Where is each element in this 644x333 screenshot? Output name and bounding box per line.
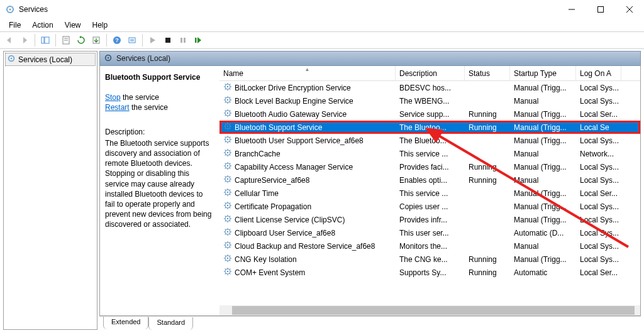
menu-action[interactable]: Action — [27, 19, 58, 31]
content-header: Services (Local) — [99, 51, 641, 66]
service-name: Bluetooth Support Service — [235, 123, 322, 132]
column-header-startup[interactable]: Startup Type — [510, 66, 576, 80]
svg-rect-14 — [129, 38, 135, 43]
table-row[interactable]: Block Level Backup Engine ServiceThe WBE… — [219, 94, 640, 107]
column-header-description[interactable]: Description — [396, 66, 465, 80]
toolbar-additional-button[interactable] — [125, 33, 139, 47]
table-row[interactable]: Cellular TimeThis service ...Manual (Tri… — [219, 187, 640, 200]
service-logon: Local Sys... — [576, 242, 621, 251]
svg-line-161 — [230, 260, 230, 261]
show-hide-tree-button[interactable] — [38, 33, 52, 47]
column-header-name[interactable]: Name — [219, 66, 396, 80]
maximize-button[interactable] — [586, 0, 615, 19]
service-startup: Manual (Trigg... — [510, 216, 576, 224]
svg-point-1 — [9, 9, 11, 11]
svg-point-84 — [227, 152, 228, 153]
svg-line-163 — [230, 256, 230, 256]
tree-item-services-local[interactable]: Services (Local) — [5, 53, 96, 66]
svg-line-53 — [230, 111, 230, 111]
stop-service-button[interactable] — [161, 33, 175, 47]
table-row[interactable]: Certificate PropagationCopies user ...Ma… — [219, 200, 640, 213]
help-button[interactable]: ? — [110, 33, 124, 47]
menu-help[interactable]: Help — [87, 19, 113, 31]
table-row[interactable]: CNG Key IsolationThe CNG ke...RunningMan… — [219, 253, 640, 266]
svg-point-114 — [227, 192, 228, 193]
column-header-status[interactable]: Status — [465, 66, 510, 80]
selected-service-name: Bluetooth Support Service — [105, 72, 213, 82]
properties-button[interactable] — [59, 33, 73, 47]
tab-extended[interactable]: Extended — [103, 317, 148, 329]
service-status: Running — [465, 110, 510, 119]
table-row[interactable]: Bluetooth Support ServiceThe Bluetoo...R… — [219, 121, 640, 134]
table-row[interactable]: CaptureService_af6e8Enables opti...Runni… — [219, 173, 640, 187]
gear-icon — [223, 214, 232, 225]
svg-line-131 — [230, 221, 230, 221]
tree-item-label: Services (Local) — [18, 55, 72, 64]
gear-icon — [223, 267, 232, 278]
svg-line-112 — [225, 194, 226, 195]
column-header-logon[interactable]: Log On A — [576, 66, 621, 80]
svg-line-130 — [225, 216, 226, 217]
tab-standard[interactable]: Standard — [148, 317, 193, 330]
svg-line-51 — [230, 115, 230, 116]
table-row[interactable]: Capability Access Manager ServiceProvide… — [219, 160, 640, 173]
svg-line-50 — [225, 111, 226, 111]
service-name: Certificate Propagation — [235, 202, 311, 211]
svg-text:?: ? — [115, 37, 119, 43]
menu-view[interactable]: View — [60, 19, 86, 31]
svg-rect-7 — [45, 37, 49, 43]
restart-suffix: the service — [130, 103, 168, 112]
svg-line-153 — [230, 243, 230, 243]
table-row[interactable]: Bluetooth User Support Service_af6e8The … — [219, 134, 640, 147]
gear-icon — [223, 96, 232, 106]
service-logon: Local Ser... — [576, 189, 621, 198]
svg-line-91 — [230, 168, 230, 168]
description-label: Description: — [105, 127, 213, 137]
table-row[interactable]: BitLocker Drive Encryption ServiceBDESVC… — [219, 81, 640, 94]
svg-rect-18 — [180, 38, 182, 43]
gear-icon — [223, 82, 232, 93]
service-logon: Local Se — [576, 123, 621, 132]
forward-button[interactable] — [18, 33, 31, 47]
back-button[interactable] — [3, 33, 16, 47]
horizontal-scrollbar[interactable] — [219, 305, 640, 315]
service-description: Service supp... — [396, 110, 465, 119]
menu-file[interactable]: File — [4, 19, 26, 31]
svg-rect-17 — [165, 38, 170, 43]
minimize-button[interactable] — [557, 0, 586, 19]
toolbar-separator — [142, 34, 143, 46]
export-list-button[interactable] — [89, 33, 103, 47]
close-button[interactable] — [615, 0, 644, 19]
table-row[interactable]: COM+ Event SystemSupports Sy...RunningAu… — [219, 266, 640, 279]
stop-suffix: the service — [121, 93, 159, 102]
stop-service-link[interactable]: Stop — [105, 93, 121, 102]
service-startup: Manual — [510, 97, 576, 106]
svg-line-140 — [225, 229, 226, 230]
service-description: Copies user ... — [396, 202, 465, 211]
table-row[interactable]: Cloud Backup and Restore Service_af6e8Mo… — [219, 239, 640, 253]
service-name: BranchCache — [235, 150, 280, 158]
service-name: BitLocker Drive Encryption Service — [235, 84, 351, 92]
table-row[interactable]: BranchCacheThis service ...ManualNetwork… — [219, 147, 640, 160]
svg-point-134 — [227, 218, 228, 219]
svg-line-80 — [225, 150, 226, 151]
table-row[interactable]: Clipboard User Service_af6e8This user se… — [219, 226, 640, 239]
svg-line-52 — [225, 115, 226, 116]
service-startup: Manual — [510, 242, 576, 251]
table-row[interactable]: Client License Service (ClipSVC)Provides… — [219, 213, 640, 226]
refresh-button[interactable] — [74, 33, 88, 47]
restart-service-link[interactable]: Restart — [105, 103, 130, 112]
service-startup: Manual — [510, 176, 576, 185]
svg-line-160 — [225, 256, 226, 256]
table-row[interactable]: Bluetooth Audio Gateway ServiceService s… — [219, 107, 640, 121]
svg-point-24 — [108, 57, 109, 58]
svg-line-82 — [225, 155, 226, 155]
start-service-button[interactable] — [146, 33, 160, 47]
service-description: BDESVC hos... — [396, 84, 465, 92]
detail-pane: Bluetooth Support Service Stop the servi… — [100, 66, 219, 315]
svg-rect-20 — [195, 38, 197, 43]
service-status: Running — [465, 176, 510, 185]
restart-service-button[interactable] — [191, 33, 205, 47]
content-header-title: Services (Local) — [116, 54, 170, 63]
pause-service-button[interactable] — [176, 33, 190, 47]
